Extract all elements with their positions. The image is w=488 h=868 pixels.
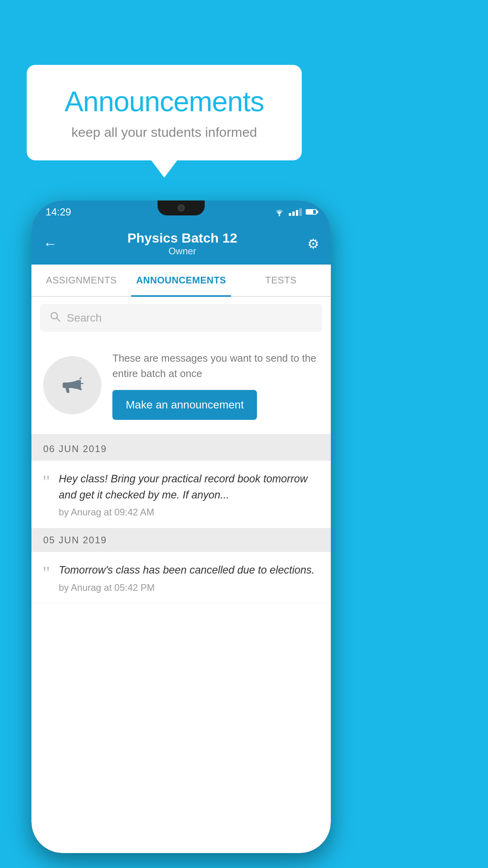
search-icon	[50, 311, 61, 325]
bubble-subtitle: keep all your students informed	[50, 125, 278, 140]
quote-icon-2: "	[42, 564, 50, 583]
announcement-icon-circle	[43, 356, 101, 414]
announcement-item-1[interactable]: " Hey class! Bring your practical record…	[31, 461, 331, 528]
tabs-bar: ASSIGNMENTS ANNOUNCEMENTS TESTS	[31, 265, 331, 297]
speech-bubble: Announcements keep all your students inf…	[27, 65, 302, 160]
owner-label: Owner	[127, 246, 237, 257]
status-time: 14:29	[46, 206, 71, 218]
signal-bars	[289, 208, 302, 216]
announcement-meta-2: by Anurag at 05:42 PM	[59, 582, 320, 593]
batch-name: Physics Batch 12	[127, 230, 237, 246]
notch	[158, 200, 205, 215]
announcement-text-2: Tomorrow's class has been cancelled due …	[59, 562, 320, 578]
make-announcement-button[interactable]: Make an announcement	[112, 390, 257, 420]
megaphone-icon	[59, 371, 86, 399]
front-camera	[178, 204, 185, 211]
promo-section: These are messages you want to send to t…	[31, 339, 331, 437]
header-title-block: Physics Batch 12 Owner	[127, 230, 237, 257]
svg-point-0	[279, 215, 280, 216]
announcement-content-2: Tomorrow's class has been cancelled due …	[59, 562, 320, 593]
tab-tests[interactable]: TESTS	[231, 265, 331, 296]
search-placeholder: Search	[67, 312, 102, 324]
app-header: ← Physics Batch 12 Owner ⚙	[31, 223, 331, 265]
back-button[interactable]: ←	[43, 237, 57, 251]
battery-icon	[306, 209, 317, 215]
announcement-text-1: Hey class! Bring your practical record b…	[59, 471, 320, 503]
date-separator-1: 06 JUN 2019	[31, 437, 331, 461]
wifi-icon	[274, 208, 285, 216]
date-separator-2: 05 JUN 2019	[31, 528, 331, 552]
tab-assignments[interactable]: ASSIGNMENTS	[31, 265, 131, 296]
announcement-meta-1: by Anurag at 09:42 AM	[59, 507, 320, 518]
settings-icon[interactable]: ⚙	[307, 236, 319, 252]
svg-line-2	[57, 318, 60, 321]
speech-bubble-container: Announcements keep all your students inf…	[27, 65, 302, 160]
search-container: Search	[31, 297, 331, 339]
bubble-title: Announcements	[50, 85, 278, 118]
status-icons	[274, 208, 317, 216]
phone-frame: 14:29	[31, 200, 331, 853]
tab-announcements[interactable]: ANNOUNCEMENTS	[131, 265, 231, 296]
search-bar[interactable]: Search	[40, 304, 322, 332]
announcement-item-2[interactable]: " Tomorrow's class has been cancelled du…	[31, 552, 331, 604]
promo-text-block: These are messages you want to send to t…	[112, 351, 319, 420]
quote-icon-1: "	[42, 473, 50, 491]
phone-screen: 14:29	[31, 200, 331, 853]
promo-description: These are messages you want to send to t…	[112, 351, 319, 381]
announcement-content-1: Hey class! Bring your practical record b…	[59, 471, 320, 518]
